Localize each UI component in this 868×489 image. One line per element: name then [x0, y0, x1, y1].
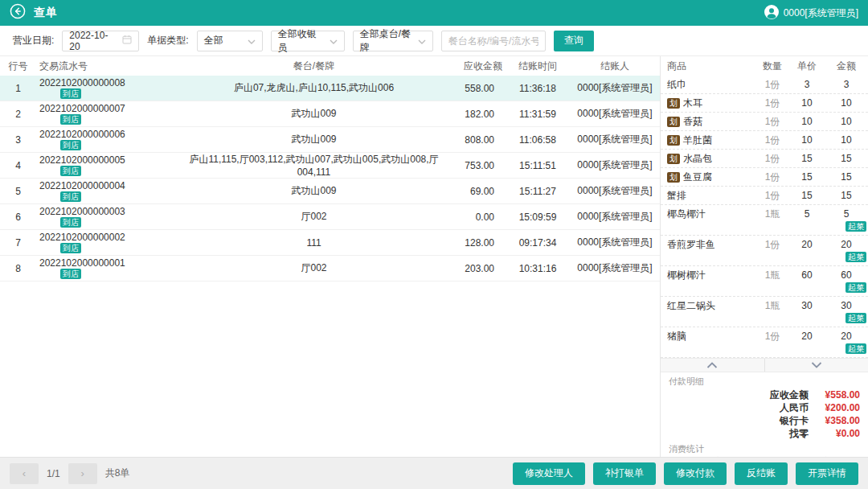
prev-page-button[interactable]: ‹	[10, 463, 39, 484]
item-name-cell: 椰树椰汁	[667, 269, 755, 281]
chevron-down-icon	[248, 35, 256, 47]
item-row: 划 鱼豆腐 1份 15 15	[661, 168, 868, 187]
col-amount: 应收金额	[443, 60, 506, 73]
item-qty: 1份	[755, 239, 789, 250]
table-select[interactable]: 全部桌台/餐牌	[353, 31, 433, 51]
item-name-cell: 红星二锅头	[667, 300, 755, 311]
order-row[interactable]: 5 2022102000000004 到店 武功山009 69.00 15:11…	[0, 179, 660, 204]
order-serial: 2022102000000004	[39, 180, 185, 191]
bottom-bar: ‹ 1/1 › 共8单 修改处理人补打银单修改付款反结账开票详情	[0, 457, 868, 489]
order-row-no: 2	[0, 109, 36, 120]
items-list: 纸巾 1份 3 3 划 木耳 1份 10 10 划 香菇 1份 10 10	[661, 76, 868, 358]
order-row[interactable]: 1 2022102000000008 到店 庐山07,龙虎山,庐山10,115,…	[0, 76, 660, 101]
order-table-names: 庐山07,龙虎山,庐山10,115,武功山006	[185, 81, 443, 95]
item-row: 蟹排 1份 15 15	[661, 187, 868, 205]
search-input[interactable]	[441, 31, 546, 51]
avatar-icon	[764, 5, 779, 22]
order-row[interactable]: 7 2022102000000002 到店 111 128.00 09:17:3…	[0, 230, 660, 256]
order-table-names: 厅002	[185, 210, 443, 224]
order-amount: 0.00	[443, 212, 506, 223]
order-serial: 2022102000000005	[39, 154, 185, 166]
item-row: 划 香菇 1份 10 10	[661, 113, 868, 131]
business-date-input[interactable]: 2022-10-20	[62, 31, 139, 51]
item-name: 椰岛椰汁	[667, 208, 706, 220]
item-name: 猪脑	[667, 331, 686, 342]
order-amount: 69.00	[443, 186, 506, 197]
col-person: 结账人	[570, 60, 660, 73]
order-row[interactable]: 4 2022102000000005 到店 庐山11,115,厅003,112,…	[0, 153, 660, 179]
order-serial: 2022102000000003	[39, 206, 185, 217]
item-amount-cell: 10	[825, 97, 868, 109]
doc-type-select[interactable]: 全部	[197, 31, 263, 51]
user-menu[interactable]: 0000[系统管理员]	[764, 5, 858, 22]
item-name: 木耳	[683, 97, 702, 109]
chevron-down-icon	[811, 360, 822, 371]
item-price: 20	[789, 331, 825, 342]
payment-value: ¥358.00	[809, 414, 860, 427]
order-channel-badge: 到店	[60, 243, 81, 253]
col-item-name: 商品	[667, 60, 755, 73]
items-header: 商品 数量 单价 金额	[661, 56, 868, 76]
item-qty: 1份	[755, 331, 789, 342]
scroll-up-button[interactable]	[661, 359, 764, 372]
modify-handler-button[interactable]: 修改处理人	[513, 462, 585, 485]
order-time: 09:17:34	[506, 237, 570, 249]
order-row-no: 6	[0, 212, 36, 223]
item-amount: 20	[841, 239, 851, 250]
order-time: 11:06:58	[506, 134, 570, 146]
arrow-left-circle-icon	[10, 3, 26, 23]
item-amount-cell: 15	[825, 190, 868, 201]
item-price: 15	[789, 171, 825, 183]
item-amount-cell: 30 起菜	[825, 300, 868, 323]
next-page-button[interactable]: ›	[68, 463, 97, 484]
item-row: 猪脑 1份 20 20 起菜	[661, 327, 868, 358]
total-count: 共8单	[105, 466, 130, 480]
order-person: 0000[系统管理员]	[570, 107, 660, 121]
page-title: 查单	[34, 6, 58, 20]
item-serve-badge: 起菜	[845, 221, 866, 232]
item-price: 15	[789, 190, 825, 201]
item-name-cell: 划 羊肚菌	[667, 134, 755, 146]
col-item-amount: 金额	[825, 60, 868, 73]
reverse-checkout-button[interactable]: 反结账	[735, 462, 788, 485]
item-name: 红星二锅头	[667, 300, 715, 311]
modify-payment-button[interactable]: 修改付款	[664, 462, 727, 485]
order-time: 10:31:16	[506, 263, 570, 274]
invoice-detail-button[interactable]: 开票详情	[796, 462, 858, 485]
order-row[interactable]: 2 2022102000000007 到店 武功山009 182.00 11:3…	[0, 101, 660, 127]
order-row-no: 8	[0, 263, 36, 274]
order-amount: 808.00	[443, 134, 506, 146]
item-qty: 1份	[755, 171, 789, 183]
item-strike-badge: 划	[667, 135, 680, 146]
item-qty: 1份	[755, 79, 789, 90]
order-amount: 203.00	[443, 263, 506, 274]
query-button[interactable]: 查询	[554, 31, 594, 51]
item-name-cell: 香煎罗非鱼	[667, 239, 755, 250]
chevron-down-icon	[330, 35, 338, 47]
cashier-select[interactable]: 全部收银员	[271, 31, 345, 51]
order-person: 0000[系统管理员]	[570, 81, 660, 95]
order-row[interactable]: 6 2022102000000003 到店 厅002 0.00 15:09:59…	[0, 204, 660, 230]
payment-value: ¥0.00	[809, 427, 860, 440]
order-row[interactable]: 8 2022102000000001 到店 厅002 203.00 10:31:…	[0, 256, 660, 281]
item-row: 椰树椰汁 1瓶 60 60 起菜	[661, 266, 868, 297]
payment-label: 应收金额	[760, 388, 809, 401]
item-name-cell: 划 鱼豆腐	[667, 171, 755, 183]
doc-type-label: 单据类型:	[147, 34, 188, 47]
item-amount: 15	[841, 190, 851, 201]
item-amount-cell: 15	[825, 153, 868, 164]
back-button[interactable]	[10, 5, 26, 21]
order-table-names: 武功山009	[185, 184, 443, 198]
payment-label: 找零	[760, 427, 809, 440]
order-person: 0000[系统管理员]	[570, 133, 660, 146]
item-name-cell: 猪脑	[667, 331, 755, 342]
item-price: 10	[789, 134, 825, 146]
item-serve-badge: 起菜	[845, 252, 866, 262]
order-row[interactable]: 3 2022102000000006 到店 武功山009 808.00 11:0…	[0, 127, 660, 153]
scroll-down-button[interactable]	[764, 359, 868, 372]
app-window: 查单 0000[系统管理员] 营业日期: 2022-10-20 单据类型: 全部…	[0, 0, 868, 489]
item-amount: 5	[844, 208, 850, 220]
order-amount: 753.00	[443, 160, 506, 171]
item-amount: 10	[841, 97, 851, 109]
reprint-receipt-button[interactable]: 补打银单	[593, 462, 656, 485]
